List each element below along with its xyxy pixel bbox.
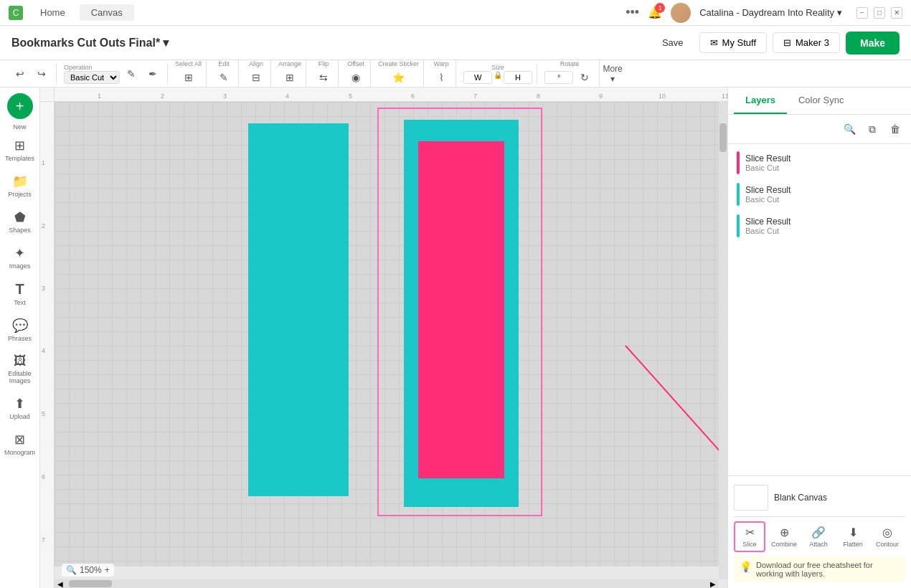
contour-tool[interactable]: ◎ Contour	[872, 523, 903, 551]
flatten-icon: ⬇	[849, 526, 858, 539]
maker3-button[interactable]: ⊟ Maker 3	[773, 32, 840, 53]
project-title-text: Bookmarks Cut Outs Final*	[11, 37, 160, 49]
attach-label: Attach	[809, 541, 828, 548]
undo-button[interactable]: ↩	[10, 64, 30, 84]
redo-button[interactable]: ↪	[32, 64, 52, 84]
ruler-mark-v-4: 4	[42, 347, 45, 354]
minimize-button[interactable]: −	[856, 7, 868, 19]
sidebar-item-text[interactable]: T Text	[2, 277, 38, 310]
save-button[interactable]: Save	[652, 33, 694, 52]
toolbar-warp: Warp ⌇	[427, 60, 456, 87]
size-lock-icon[interactable]: 🔒	[494, 71, 502, 84]
offset-button[interactable]: ◉	[346, 67, 366, 87]
sidebar-item-shapes[interactable]: ⬟ Shapes	[2, 205, 38, 238]
select-all-button[interactable]: ⊞	[179, 67, 199, 87]
ruler-mark-v-3: 3	[42, 285, 45, 292]
user-name[interactable]: Catalina - Daydream Into Reality ▾	[699, 7, 842, 18]
combine-tool[interactable]: ⊕ Combine	[768, 523, 800, 551]
ruler-mark-v-7: 7	[42, 536, 45, 544]
width-input[interactable]	[463, 71, 492, 84]
tab-layers[interactable]: Layers	[734, 87, 787, 114]
sidebar-item-images[interactable]: ✦ Images	[2, 241, 38, 274]
warp-button[interactable]: ⌇	[431, 67, 451, 87]
tab-color-sync[interactable]: Color Sync	[787, 87, 856, 114]
editable-images-label: Editable Images	[5, 370, 35, 384]
sidebar-item-upload[interactable]: ⬆ Upload	[2, 392, 38, 425]
notification-button[interactable]: 🔔 1	[648, 6, 662, 19]
duplicate-layers-button[interactable]: ⧉	[862, 119, 882, 139]
layer-item-2[interactable]: Slice Result Basic Cut	[728, 210, 911, 242]
new-button[interactable]: +	[7, 93, 33, 119]
make-button[interactable]: Make	[846, 32, 900, 54]
rotate-cw-button[interactable]: ↻	[575, 67, 595, 87]
shapes-icon: ⬟	[14, 209, 26, 225]
canvas-scrollbar-horizontal-thumb[interactable]	[69, 580, 112, 587]
upload-label: Upload	[9, 413, 30, 420]
left-sidebar: + New ⊞ Templates 📁 Projects ⬟ Shapes ✦ …	[0, 87, 40, 588]
warp-label: Warp	[434, 60, 449, 67]
ruler-mark-2: 2	[161, 93, 164, 100]
tab-canvas[interactable]: Canvas	[80, 4, 134, 21]
canvas-area[interactable]: 1 2 3 4 5 6 7 8 9 10 11 1 2 3 4 5 6 7 8	[40, 87, 727, 588]
edit-pen-button[interactable]: ✒	[143, 64, 163, 84]
flip-button[interactable]: ⇆	[313, 67, 334, 87]
canvas-scrollbar-horizontal[interactable]	[55, 579, 719, 588]
more-toolbar-button[interactable]: More ▾	[603, 64, 623, 84]
combine-icon: ⊕	[780, 526, 789, 539]
blank-canvas-thumbnail	[734, 485, 768, 511]
sidebar-item-templates[interactable]: ⊞ Templates	[2, 133, 38, 166]
edit-icon-button[interactable]: ✎	[121, 64, 141, 84]
avatar[interactable]	[671, 3, 691, 23]
delete-layers-button[interactable]: 🗑	[885, 119, 905, 139]
contour-label: Contour	[876, 541, 899, 548]
align-button[interactable]: ⊟	[246, 67, 266, 87]
sidebar-item-projects[interactable]: 📁 Projects	[2, 169, 38, 202]
shape-pink[interactable]	[418, 141, 504, 478]
operation-select[interactable]: Basic Cut	[64, 71, 120, 84]
sidebar-item-monogram[interactable]: ⊠ Monogram	[2, 427, 38, 460]
monogram-label: Monogram	[4, 449, 35, 456]
toolbar-undoredo: ↩ ↪	[6, 64, 57, 84]
tab-home[interactable]: Home	[29, 4, 77, 21]
more-button[interactable]: •••	[626, 5, 639, 20]
upload-icon: ⬆	[14, 396, 25, 412]
sidebar-item-phrases[interactable]: 💬 Phrases	[2, 313, 38, 346]
attach-icon: 🔗	[811, 526, 826, 539]
layer-item-0[interactable]: Slice Result Basic Cut	[728, 147, 911, 179]
search-layers-button[interactable]: 🔍	[839, 119, 859, 139]
project-title[interactable]: Bookmarks Cut Outs Final* ▾	[11, 36, 169, 49]
shape-group-container[interactable]	[377, 108, 542, 516]
height-input[interactable]	[504, 71, 532, 84]
canvas-scroll-right-button[interactable]: ▶	[707, 579, 719, 588]
templates-label: Templates	[5, 155, 34, 162]
canvas-content[interactable]	[55, 102, 719, 566]
flatten-tool[interactable]: ⬇ Flatten	[837, 523, 869, 551]
canvas-scroll-left-button[interactable]: ◀	[55, 579, 66, 588]
mystuff-icon: ✉	[710, 37, 718, 48]
canvas-zoom-control[interactable]: 🔍 150% +	[62, 564, 114, 577]
rotate-input[interactable]	[544, 71, 573, 84]
sticker-button[interactable]: ⭐	[389, 67, 409, 87]
canvas-scrollbar-vertical-thumb[interactable]	[719, 123, 727, 152]
toolbar-selectall: Select All ⊞	[171, 60, 207, 87]
attach-tool[interactable]: 🔗 Attach	[803, 523, 834, 551]
zoom-level: 150%	[80, 565, 102, 575]
edit-button[interactable]: ✎	[214, 67, 234, 87]
right-panel: Layers Color Sync 🔍 ⧉ 🗑 Slice Result Bas…	[727, 87, 911, 588]
bottom-tools: ✂ Slice ⊕ Combine 🔗 Attach ⬇ Flatten ◎	[734, 516, 905, 552]
arrange-button[interactable]: ⊞	[280, 67, 300, 87]
canvas-scrollbar-vertical[interactable]	[719, 102, 727, 579]
shape-teal[interactable]	[248, 123, 349, 496]
combine-label: Combine	[771, 541, 797, 548]
mystuff-button[interactable]: ✉ My Stuff	[699, 32, 767, 53]
sidebar-item-editable-images[interactable]: 🖼 Editable Images	[2, 349, 38, 389]
slice-label: Slice	[742, 541, 757, 548]
close-button[interactable]: ✕	[891, 7, 902, 19]
toolbar-arrange: Arrange ⊞	[274, 60, 306, 87]
slice-tool[interactable]: ✂ Slice	[734, 521, 765, 552]
maximize-button[interactable]: □	[874, 7, 885, 19]
shapes-label: Shapes	[9, 227, 31, 234]
layer-item-1[interactable]: Slice Result Basic Cut	[728, 179, 911, 210]
zoom-in-button[interactable]: +	[105, 565, 110, 575]
right-panel-tabs: Layers Color Sync	[728, 87, 911, 115]
